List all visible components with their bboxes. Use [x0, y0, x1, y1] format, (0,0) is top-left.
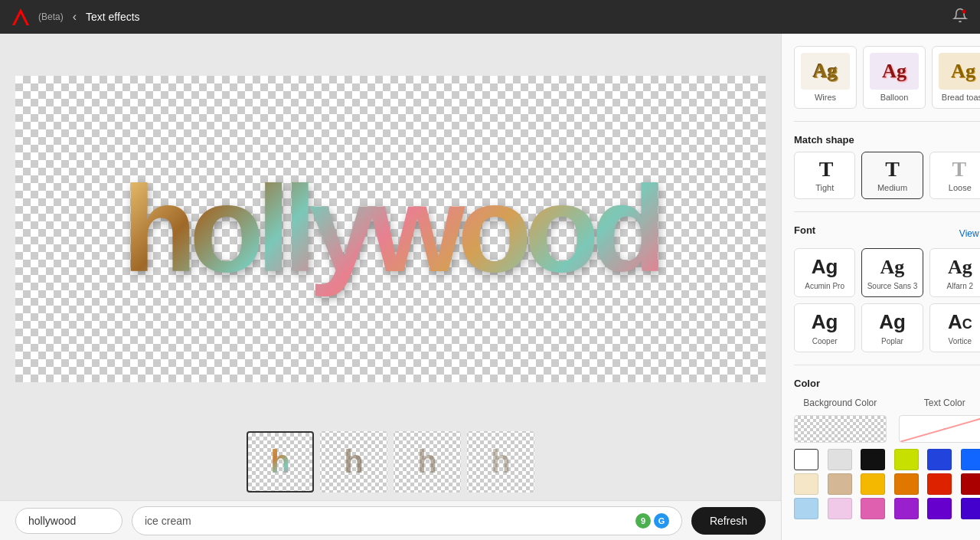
swatch-tan[interactable]: [828, 473, 852, 495]
shape-tight[interactable]: T Tight: [794, 152, 855, 199]
swatch-lightblue[interactable]: [794, 498, 818, 519]
font-view-all[interactable]: View all: [959, 228, 980, 239]
main-layout: hollywood h h h h 9: [0, 34, 980, 540]
divider-2: [794, 211, 980, 212]
shape-loose-T: T: [952, 159, 968, 180]
counter-g-badge: G: [654, 513, 669, 529]
font-acumin[interactable]: Ag Acumin Pro: [794, 248, 855, 297]
bg-color-preview[interactable]: [794, 415, 887, 443]
font-source-label: Source Sans 3: [867, 282, 918, 290]
shape-medium-T: T: [885, 159, 900, 180]
refresh-button[interactable]: Refresh: [691, 507, 766, 535]
thumbnail-3[interactable]: h: [394, 431, 461, 493]
color-labels-row: Background Color Text Color: [794, 395, 980, 409]
divider-1: [794, 121, 980, 122]
color-preview-row: [794, 415, 980, 443]
font-cooper-label: Cooper: [812, 337, 838, 345]
match-shape-title: Match shape: [794, 134, 980, 146]
swatch-lime[interactable]: [894, 449, 919, 470]
font-alfarn-label: Alfarn 2: [947, 282, 973, 290]
swatch-cream[interactable]: [794, 473, 818, 495]
preset-balloon-symbol: Ag: [882, 60, 906, 83]
text-input[interactable]: [15, 508, 122, 534]
divider-3: [794, 365, 980, 365]
shape-loose-label: Loose: [949, 183, 972, 192]
swatch-royal-blue[interactable]: [961, 449, 981, 470]
font-source-sans[interactable]: Ag Source Sans 3: [861, 248, 923, 297]
preset-wires[interactable]: Ag Wires: [794, 46, 857, 109]
thumbnails-row: h h h h: [0, 424, 781, 500]
font-alfarn-symbol: Ag: [948, 255, 972, 279]
text-color-preview[interactable]: [899, 415, 981, 443]
style-input-container: 9 G: [132, 506, 682, 535]
thumbnail-2[interactable]: h: [320, 431, 387, 493]
color-swatches-row2: [794, 473, 980, 495]
page-title: Text effects: [86, 11, 140, 23]
canvas: hollywood: [15, 76, 766, 382]
font-alfarn[interactable]: Ag Alfarn 2: [929, 248, 980, 297]
match-shape-section: Match shape T Tight T Medium T Loose: [794, 134, 980, 199]
right-panel: Ag Wires Ag Balloon Ag Bread toast Match…: [781, 34, 980, 540]
swatch-lightgray[interactable]: [828, 449, 852, 470]
shape-tight-T: T: [819, 159, 831, 180]
swatch-purple[interactable]: [894, 498, 919, 519]
preset-wires-preview: Ag: [801, 53, 850, 90]
font-acumin-symbol: Ag: [812, 255, 838, 279]
adobe-logo: [12, 8, 29, 25]
counter-badges: 9 G: [635, 513, 669, 529]
swatch-pink[interactable]: [861, 498, 885, 519]
thumbnail-4[interactable]: h: [467, 431, 534, 493]
shape-options: T Tight T Medium T Loose: [794, 152, 980, 199]
preset-bread-preview: Ag: [939, 53, 980, 90]
font-vortice[interactable]: Ac Vortice: [929, 303, 980, 352]
font-cooper[interactable]: Ag Cooper: [794, 303, 855, 352]
color-swatches-row1: [794, 449, 980, 470]
swatch-darkviolet[interactable]: [961, 498, 981, 519]
font-title: Font: [794, 224, 815, 236]
preset-bread-label: Bread toast: [942, 93, 980, 102]
canvas-container: hollywood: [0, 34, 781, 424]
swatch-orange[interactable]: [894, 473, 919, 495]
preset-balloon[interactable]: Ag Balloon: [863, 46, 926, 109]
swatch-blue[interactable]: [927, 449, 952, 470]
swatch-darkred[interactable]: [961, 473, 981, 495]
back-button[interactable]: ‹: [73, 10, 77, 24]
font-cooper-symbol: Ag: [812, 310, 838, 334]
font-section: Font View all Ag Acumin Pro Ag Source Sa…: [794, 224, 980, 352]
color-swatches-row3: [794, 498, 980, 519]
swatch-pink-light[interactable]: [828, 498, 852, 519]
preset-wires-label: Wires: [815, 93, 836, 102]
shape-medium[interactable]: T Medium: [861, 152, 923, 199]
swatch-white[interactable]: [794, 449, 818, 470]
counter-9-badge: 9: [635, 513, 651, 529]
swatch-red[interactable]: [927, 473, 952, 495]
thumbnail-1[interactable]: h: [247, 431, 314, 493]
text-color-label: Text Color: [924, 398, 965, 408]
style-input[interactable]: [145, 515, 629, 527]
beta-label: (Beta): [38, 11, 64, 22]
font-poplar-symbol: Ag: [879, 310, 906, 334]
canvas-area: hollywood h h h h 9: [0, 34, 781, 540]
swatch-black[interactable]: [861, 449, 885, 470]
preset-bread[interactable]: Ag Bread toast: [932, 46, 980, 109]
shape-loose[interactable]: T Loose: [929, 152, 980, 199]
font-poplar-label: Poplar: [881, 337, 903, 345]
notification-icon[interactable]: [952, 8, 968, 27]
preset-bread-symbol: Ag: [951, 60, 975, 83]
presets-row: Ag Wires Ag Balloon Ag Bread toast: [794, 46, 980, 109]
font-source-symbol: Ag: [880, 255, 905, 279]
preset-balloon-label: Balloon: [880, 93, 909, 102]
preset-balloon-preview: Ag: [870, 53, 919, 90]
font-poplar[interactable]: Ag Poplar: [861, 303, 923, 352]
font-vortice-symbol: Ac: [948, 310, 972, 334]
swatch-violet[interactable]: [927, 498, 952, 519]
bg-color-label: Background Color: [803, 398, 877, 408]
font-grid: Ag Acumin Pro Ag Source Sans 3 Ag Alfarn…: [794, 248, 980, 352]
color-section: Color Background Color Text Color: [794, 378, 980, 519]
font-acumin-label: Acumin Pro: [805, 282, 844, 290]
shape-medium-label: Medium: [877, 183, 907, 192]
topbar: (Beta) ‹ Text effects: [0, 0, 980, 34]
font-vortice-label: Vortice: [949, 337, 972, 345]
canvas-text: hollywood: [15, 76, 766, 382]
swatch-gold[interactable]: [861, 473, 885, 495]
